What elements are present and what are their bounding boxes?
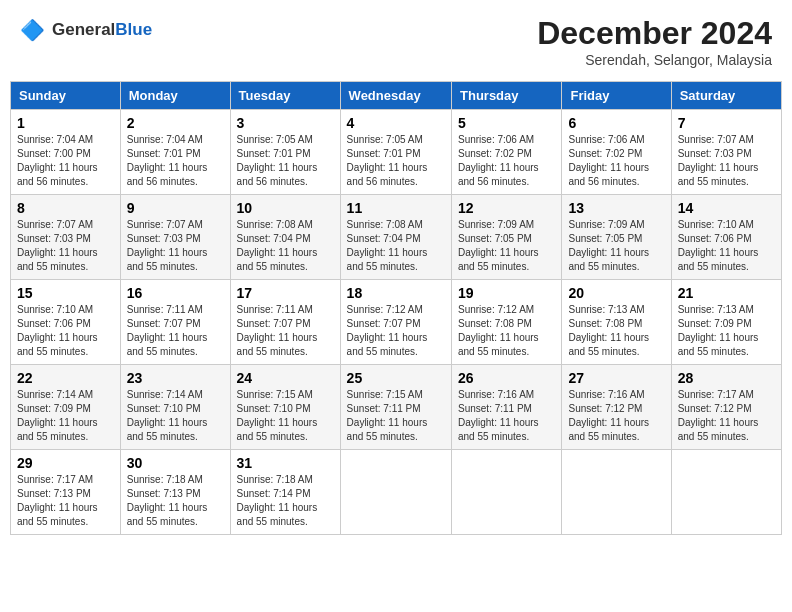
table-row: 19 Sunrise: 7:12 AMSunset: 7:08 PMDaylig…: [452, 280, 562, 365]
table-row: 30 Sunrise: 7:18 AMSunset: 7:13 PMDaylig…: [120, 450, 230, 535]
empty-cell: [562, 450, 671, 535]
calendar-header-row: Sunday Monday Tuesday Wednesday Thursday…: [11, 82, 782, 110]
logo-bird-icon: 🔷: [20, 15, 50, 45]
table-row: 24 Sunrise: 7:15 AMSunset: 7:10 PMDaylig…: [230, 365, 340, 450]
table-row: 23 Sunrise: 7:14 AMSunset: 7:10 PMDaylig…: [120, 365, 230, 450]
logo: 🔷 GeneralBlue: [20, 15, 152, 45]
table-row: 6 Sunrise: 7:06 AMSunset: 7:02 PMDayligh…: [562, 110, 671, 195]
table-row: 9 Sunrise: 7:07 AMSunset: 7:03 PMDayligh…: [120, 195, 230, 280]
empty-cell: [452, 450, 562, 535]
table-row: 31 Sunrise: 7:18 AMSunset: 7:14 PMDaylig…: [230, 450, 340, 535]
table-row: 29 Sunrise: 7:17 AMSunset: 7:13 PMDaylig…: [11, 450, 121, 535]
col-wednesday: Wednesday: [340, 82, 451, 110]
table-row: 5 Sunrise: 7:06 AMSunset: 7:02 PMDayligh…: [452, 110, 562, 195]
table-row: 13 Sunrise: 7:09 AMSunset: 7:05 PMDaylig…: [562, 195, 671, 280]
table-row: 20 Sunrise: 7:13 AMSunset: 7:08 PMDaylig…: [562, 280, 671, 365]
logo-blue-text: Blue: [115, 20, 152, 39]
table-row: 10 Sunrise: 7:08 AMSunset: 7:04 PMDaylig…: [230, 195, 340, 280]
table-row: 1 Sunrise: 7:04 AMSunset: 7:00 PMDayligh…: [11, 110, 121, 195]
table-row: 28 Sunrise: 7:17 AMSunset: 7:12 PMDaylig…: [671, 365, 781, 450]
col-tuesday: Tuesday: [230, 82, 340, 110]
table-row: 22 Sunrise: 7:14 AMSunset: 7:09 PMDaylig…: [11, 365, 121, 450]
table-row: 16 Sunrise: 7:11 AMSunset: 7:07 PMDaylig…: [120, 280, 230, 365]
col-thursday: Thursday: [452, 82, 562, 110]
week-row-2: 8 Sunrise: 7:07 AMSunset: 7:03 PMDayligh…: [11, 195, 782, 280]
table-row: 7 Sunrise: 7:07 AMSunset: 7:03 PMDayligh…: [671, 110, 781, 195]
week-row-4: 22 Sunrise: 7:14 AMSunset: 7:09 PMDaylig…: [11, 365, 782, 450]
table-row: 2 Sunrise: 7:04 AMSunset: 7:01 PMDayligh…: [120, 110, 230, 195]
svg-text:🔷: 🔷: [20, 18, 45, 42]
logo-general-text: General: [52, 20, 115, 39]
page-header: 🔷 GeneralBlue December 2024 Serendah, Se…: [10, 10, 782, 73]
week-row-5: 29 Sunrise: 7:17 AMSunset: 7:13 PMDaylig…: [11, 450, 782, 535]
week-row-1: 1 Sunrise: 7:04 AMSunset: 7:00 PMDayligh…: [11, 110, 782, 195]
col-sunday: Sunday: [11, 82, 121, 110]
title-section: December 2024 Serendah, Selangor, Malays…: [537, 15, 772, 68]
table-row: 25 Sunrise: 7:15 AMSunset: 7:11 PMDaylig…: [340, 365, 451, 450]
col-saturday: Saturday: [671, 82, 781, 110]
location-subtitle: Serendah, Selangor, Malaysia: [537, 52, 772, 68]
table-row: 27 Sunrise: 7:16 AMSunset: 7:12 PMDaylig…: [562, 365, 671, 450]
month-title: December 2024: [537, 15, 772, 52]
table-row: 14 Sunrise: 7:10 AMSunset: 7:06 PMDaylig…: [671, 195, 781, 280]
table-row: 8 Sunrise: 7:07 AMSunset: 7:03 PMDayligh…: [11, 195, 121, 280]
table-row: 11 Sunrise: 7:08 AMSunset: 7:04 PMDaylig…: [340, 195, 451, 280]
empty-cell: [340, 450, 451, 535]
col-friday: Friday: [562, 82, 671, 110]
table-row: 18 Sunrise: 7:12 AMSunset: 7:07 PMDaylig…: [340, 280, 451, 365]
table-row: 12 Sunrise: 7:09 AMSunset: 7:05 PMDaylig…: [452, 195, 562, 280]
table-row: 3 Sunrise: 7:05 AMSunset: 7:01 PMDayligh…: [230, 110, 340, 195]
calendar-table: Sunday Monday Tuesday Wednesday Thursday…: [10, 81, 782, 535]
table-row: 15 Sunrise: 7:10 AMSunset: 7:06 PMDaylig…: [11, 280, 121, 365]
week-row-3: 15 Sunrise: 7:10 AMSunset: 7:06 PMDaylig…: [11, 280, 782, 365]
empty-cell: [671, 450, 781, 535]
table-row: 4 Sunrise: 7:05 AMSunset: 7:01 PMDayligh…: [340, 110, 451, 195]
col-monday: Monday: [120, 82, 230, 110]
table-row: 17 Sunrise: 7:11 AMSunset: 7:07 PMDaylig…: [230, 280, 340, 365]
table-row: 26 Sunrise: 7:16 AMSunset: 7:11 PMDaylig…: [452, 365, 562, 450]
table-row: 21 Sunrise: 7:13 AMSunset: 7:09 PMDaylig…: [671, 280, 781, 365]
